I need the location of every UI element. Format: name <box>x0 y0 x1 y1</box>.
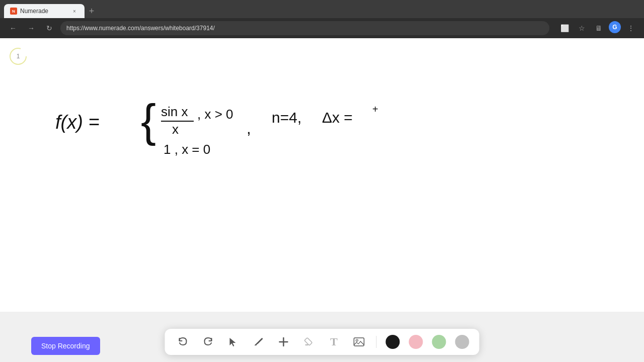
svg-text:+: + <box>372 104 378 115</box>
browser-chrome: N Numerade × + ← → ↻ https://www.numerad… <box>0 0 644 38</box>
browser-actions: ⬜ ☆ 🖥 G ⋮ <box>557 21 638 35</box>
browser-tab[interactable]: N Numerade × <box>4 4 85 18</box>
forward-button[interactable]: → <box>24 21 38 35</box>
svg-text:N: N <box>12 9 15 14</box>
color-gray-button[interactable] <box>455 335 469 349</box>
redo-button[interactable] <box>200 334 216 350</box>
url-bar[interactable]: https://www.numerade.com/answers/whitebo… <box>60 21 549 35</box>
svg-text:f(x) =: f(x) = <box>55 112 100 133</box>
text-tool-button[interactable]: T <box>326 334 342 350</box>
svg-marker-15 <box>230 338 236 346</box>
stop-recording-button[interactable]: Stop Recording <box>31 337 100 355</box>
svg-text:, x > 0: , x > 0 <box>197 107 233 122</box>
tab-favicon: N <box>10 8 17 15</box>
tab-bar: N Numerade × + <box>0 0 644 18</box>
menu-button[interactable]: ⋮ <box>624 21 638 35</box>
cast-button[interactable]: ⬜ <box>557 21 572 35</box>
image-tool-button[interactable] <box>351 334 367 350</box>
pen-tool-button[interactable] <box>251 334 267 350</box>
profile-button[interactable]: G <box>609 21 621 33</box>
svg-text:sin x: sin x <box>161 104 188 119</box>
display-button[interactable]: 🖥 <box>592 21 606 35</box>
svg-text:{: { <box>141 96 156 146</box>
svg-text:1 ,  x = 0: 1 , x = 0 <box>164 142 210 157</box>
color-green-button[interactable] <box>432 335 446 349</box>
svg-text:Δx =: Δx = <box>322 109 353 126</box>
color-pink-button[interactable] <box>409 335 423 349</box>
select-tool-button[interactable] <box>225 334 242 350</box>
svg-rect-20 <box>354 338 364 346</box>
bookmark-button[interactable]: ☆ <box>575 21 589 35</box>
content-area: 1 f(x) = { sin x x , x > 0 , <box>0 38 644 362</box>
new-tab-button[interactable]: + <box>85 4 99 18</box>
svg-text:x: x <box>172 122 179 137</box>
drawing-toolbar: T <box>165 329 479 355</box>
svg-text:,: , <box>247 119 251 137</box>
back-button[interactable]: ← <box>6 21 20 35</box>
bottom-area: Stop Recording <box>0 312 644 362</box>
highlighter-button[interactable] <box>301 334 317 350</box>
timer-circle: 1 <box>9 47 27 65</box>
refresh-button[interactable]: ↻ <box>42 21 56 35</box>
math-svg: f(x) = { sin x x , x > 0 , 1 , x = 0 n=4… <box>40 88 403 179</box>
add-button[interactable] <box>276 334 292 350</box>
toolbar-divider <box>376 336 377 348</box>
tab-title: Numerade <box>20 8 67 15</box>
svg-text:1: 1 <box>17 53 20 60</box>
svg-text:n=4,: n=4, <box>272 109 301 126</box>
math-content: f(x) = { sin x x , x > 0 , 1 , x = 0 n=4… <box>40 88 403 181</box>
color-black-button[interactable] <box>386 335 400 349</box>
svg-point-21 <box>356 339 358 341</box>
tab-close-button[interactable]: × <box>70 7 78 15</box>
whiteboard[interactable]: 1 f(x) = { sin x x , x > 0 , <box>0 38 644 312</box>
svg-rect-18 <box>304 338 312 346</box>
address-bar: ← → ↻ https://www.numerade.com/answers/w… <box>0 18 644 38</box>
undo-button[interactable] <box>175 334 191 350</box>
